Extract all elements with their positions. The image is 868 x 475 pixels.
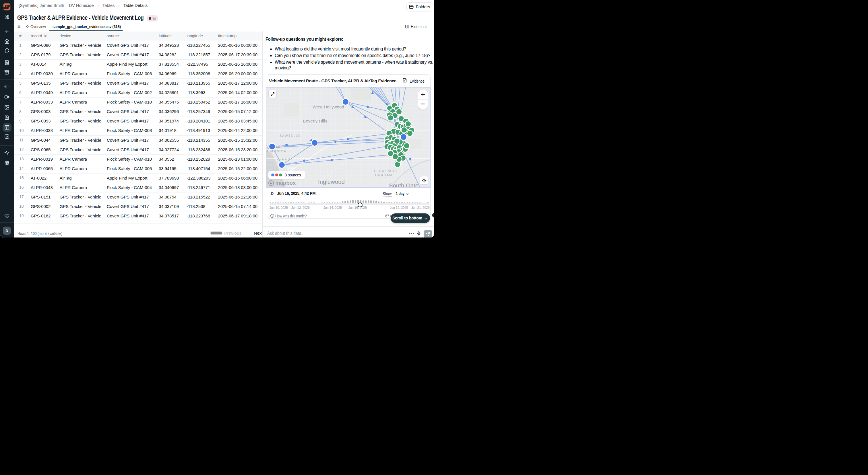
svg-text:GRAHAM: GRAHAM	[375, 173, 392, 177]
svg-text:FLORENCE-: FLORENCE-	[374, 169, 398, 173]
svg-text:Beverly Hills: Beverly Hills	[303, 118, 327, 123]
svg-text:Inglewood: Inglewood	[318, 179, 345, 185]
svg-text:South Gate: South Gate	[389, 182, 418, 188]
svg-text:A MONICA: A MONICA	[267, 149, 286, 153]
svg-text:VENICE: VENICE	[277, 158, 292, 161]
svg-text:SAWTELLE: SAWTELLE	[280, 134, 301, 137]
svg-text:West Hollywood: West Hollywood	[313, 104, 344, 109]
